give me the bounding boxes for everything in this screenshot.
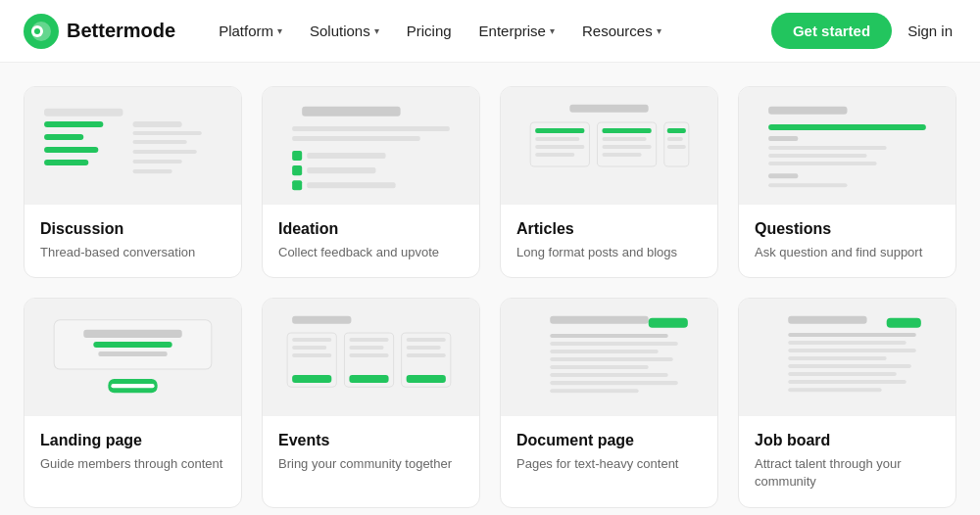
svg-rect-70	[649, 318, 688, 328]
card-ideation[interactable]: Ideation Collect feedback and upvote	[262, 86, 480, 278]
svg-rect-9	[133, 140, 187, 144]
svg-rect-66	[407, 346, 441, 350]
card-title-articles: Articles	[516, 220, 702, 238]
svg-rect-24	[569, 105, 648, 113]
svg-rect-85	[788, 364, 911, 368]
svg-rect-18	[292, 151, 302, 161]
card-document[interactable]: Document page Pages for text-heavy conte…	[500, 298, 718, 507]
svg-rect-86	[788, 372, 897, 376]
svg-rect-19	[307, 153, 385, 159]
cards-grid-row2: Landing page Guide members through conte…	[24, 298, 956, 507]
navbar: Bettermode Platform ▾ Solutions ▾ Pricin…	[0, 0, 980, 63]
events-preview-illustration	[263, 299, 479, 416]
svg-rect-15	[302, 107, 400, 117]
card-desc-landing: Guide members through content	[40, 455, 225, 473]
svg-rect-72	[550, 342, 678, 346]
svg-rect-48	[83, 330, 181, 338]
card-preview-jobboard	[739, 299, 956, 416]
nav-links: Platform ▾ Solutions ▾ Pricing Enterpris…	[207, 15, 771, 47]
svg-rect-82	[788, 341, 906, 345]
card-preview-landing	[24, 299, 241, 416]
nav-actions: Get started Sign in	[771, 13, 956, 49]
card-body-ideation: Ideation Collect feedback and upvote	[263, 205, 479, 277]
svg-rect-56	[292, 346, 326, 350]
svg-rect-4	[44, 109, 122, 117]
svg-rect-22	[292, 180, 302, 190]
svg-rect-68	[407, 375, 446, 383]
sign-in-button[interactable]: Sign in	[904, 15, 956, 47]
discussion-preview-illustration	[24, 87, 241, 205]
card-discussion[interactable]: Discussion Thread-based conversation	[24, 86, 242, 278]
svg-rect-11	[133, 150, 197, 154]
svg-rect-28	[535, 145, 584, 149]
svg-rect-44	[768, 162, 877, 165]
svg-rect-57	[292, 353, 331, 357]
svg-rect-55	[292, 338, 331, 342]
ideation-preview-illustration	[263, 87, 479, 205]
nav-item-pricing[interactable]: Pricing	[395, 15, 464, 47]
svg-rect-8	[44, 134, 83, 140]
card-questions[interactable]: Questions Ask question and find support	[738, 86, 956, 278]
svg-rect-83	[788, 349, 916, 352]
svg-rect-13	[133, 160, 182, 164]
nav-item-enterprise[interactable]: Enterprise ▾	[467, 15, 566, 47]
svg-rect-63	[349, 375, 388, 383]
chevron-down-icon: ▾	[374, 25, 379, 36]
card-preview-articles	[501, 87, 717, 205]
chevron-down-icon: ▾	[550, 25, 555, 36]
nav-item-solutions[interactable]: Solutions ▾	[298, 15, 391, 47]
card-title-events: Events	[278, 432, 464, 449]
svg-rect-65	[407, 338, 446, 342]
svg-rect-10	[44, 147, 98, 153]
card-body-events: Events Bring your community together	[263, 416, 479, 489]
svg-rect-33	[602, 145, 651, 149]
svg-rect-17	[292, 136, 420, 141]
svg-rect-36	[667, 128, 686, 133]
get-started-button[interactable]: Get started	[771, 13, 892, 49]
svg-rect-31	[602, 128, 651, 133]
cards-grid-row1: Discussion Thread-based conversation	[24, 86, 956, 278]
svg-rect-29	[535, 153, 574, 157]
card-title-discussion: Discussion	[40, 220, 225, 238]
logo-link[interactable]: Bettermode	[24, 14, 175, 49]
card-landing[interactable]: Landing page Guide members through conte…	[24, 298, 242, 507]
card-title-jobboard: Job board	[755, 432, 940, 449]
card-jobboard[interactable]: Job board Attract talent through your co…	[738, 298, 956, 507]
svg-rect-43	[768, 154, 866, 158]
card-body-discussion: Discussion Thread-based conversation	[24, 205, 241, 277]
svg-rect-78	[550, 389, 638, 393]
svg-rect-76	[550, 373, 668, 377]
card-title-document: Document page	[516, 432, 702, 449]
card-desc-articles: Long format posts and blogs	[516, 244, 702, 261]
svg-rect-52	[111, 384, 154, 388]
card-body-articles: Articles Long format posts and blogs	[501, 205, 717, 277]
card-body-landing: Landing page Guide members through conte…	[24, 416, 241, 489]
card-preview-ideation	[263, 87, 479, 205]
document-preview-illustration	[501, 299, 717, 416]
svg-rect-49	[93, 342, 172, 348]
jobboard-preview-illustration	[739, 299, 956, 416]
svg-rect-81	[788, 333, 916, 337]
svg-point-3	[34, 28, 40, 34]
svg-rect-40	[768, 124, 926, 130]
svg-rect-67	[407, 353, 446, 357]
card-body-questions: Questions Ask question and find support	[739, 205, 956, 277]
svg-rect-41	[768, 136, 798, 141]
card-articles[interactable]: Articles Long format posts and blogs	[500, 86, 718, 278]
card-preview-discussion	[24, 87, 241, 205]
svg-rect-71	[550, 334, 668, 338]
svg-rect-53	[292, 316, 351, 324]
card-preview-questions	[739, 87, 956, 205]
svg-rect-69	[550, 316, 648, 324]
chevron-down-icon: ▾	[657, 25, 662, 36]
svg-rect-12	[44, 160, 88, 165]
nav-item-platform[interactable]: Platform ▾	[207, 15, 294, 47]
svg-rect-88	[788, 388, 881, 392]
svg-rect-23	[307, 182, 395, 188]
nav-item-resources[interactable]: Resources ▾	[570, 15, 673, 47]
svg-rect-46	[768, 183, 847, 187]
svg-rect-74	[550, 357, 673, 361]
svg-rect-7	[133, 131, 202, 135]
card-preview-events	[263, 299, 479, 416]
card-events[interactable]: Events Bring your community together	[262, 298, 480, 507]
